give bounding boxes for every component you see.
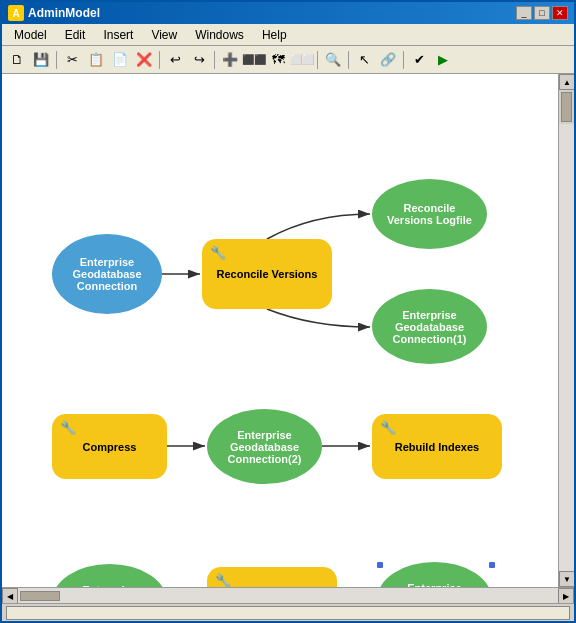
corner-dot-1	[377, 562, 383, 568]
tb-run[interactable]: ▶	[432, 49, 454, 71]
title-bar: A AdminModel _ □ ✕	[2, 2, 574, 24]
app-icon: A	[8, 5, 24, 21]
node-analyze-datasets[interactable]: 🔧 Analyze Datasets	[207, 567, 337, 587]
status-bar	[2, 603, 574, 621]
scroll-left-button[interactable]: ◀	[2, 588, 18, 604]
tb-copy[interactable]: 📋	[85, 49, 107, 71]
menu-view[interactable]: View	[143, 26, 185, 43]
tb-add[interactable]: ➕	[219, 49, 241, 71]
scroll-down-button[interactable]: ▼	[559, 571, 574, 587]
tb-sep2	[159, 51, 160, 69]
menu-bar: Model Edit Insert View Windows Help	[2, 24, 574, 46]
tb-connect[interactable]: 🔗	[377, 49, 399, 71]
scroll-up-button[interactable]: ▲	[559, 74, 574, 90]
content-area: EnterpriseGeodatabaseConnection 🔧 Reconc…	[2, 74, 574, 587]
horizontal-scrollbar[interactable]: ◀ ▶	[2, 587, 574, 603]
node-label: Reconcile Versions	[217, 268, 318, 280]
node-reconcile-versions[interactable]: 🔧 Reconcile Versions	[202, 239, 332, 309]
node-enterprise-geo-conn-2[interactable]: EnterpriseGeodatabaseConnection(2)	[207, 409, 322, 484]
tb-delete[interactable]: ❌	[133, 49, 155, 71]
scroll-track-v[interactable]	[559, 124, 574, 571]
menu-edit[interactable]: Edit	[57, 26, 94, 43]
node-enterprise-geo-conn[interactable]: EnterpriseGeodatabaseConnection	[52, 234, 162, 314]
tb-sep4	[317, 51, 318, 69]
tb-select-all[interactable]: ⬜⬜	[291, 49, 313, 71]
tb-select[interactable]: ↖	[353, 49, 375, 71]
node-label: Rebuild Indexes	[395, 441, 479, 453]
node-label: EnterpriseGeodatabaseConnection(4)	[398, 582, 472, 588]
scroll-right-button[interactable]: ▶	[558, 588, 574, 604]
scroll-thumb-h[interactable]	[20, 591, 60, 601]
close-button[interactable]: ✕	[552, 6, 568, 20]
node-label: Compress	[83, 441, 137, 453]
title-bar-left: A AdminModel	[8, 5, 100, 21]
node-enterprise-geo-conn-1[interactable]: EnterpriseGeodatabaseConnection(1)	[372, 289, 487, 364]
tb-redo[interactable]: ↪	[188, 49, 210, 71]
tb-cut[interactable]: ✂	[61, 49, 83, 71]
tb-sep6	[403, 51, 404, 69]
minimize-button[interactable]: _	[516, 6, 532, 20]
title-controls: _ □ ✕	[516, 6, 568, 20]
tb-validate[interactable]: ✔	[408, 49, 430, 71]
toolbar: 🗋 💾 ✂ 📋 📄 ❌ ↩ ↪ ➕ ⬛⬛ 🗺 ⬜⬜ 🔍 ↖ 🔗 ✔ ▶	[2, 46, 574, 74]
node-enterprise-geo-conn-4[interactable]: EnterpriseGeodatabaseConnection(4)	[377, 562, 492, 587]
node-label: EnterpriseGeodatabaseConnection(1)	[393, 309, 467, 345]
tb-sep5	[348, 51, 349, 69]
node-compress[interactable]: 🔧 Compress	[52, 414, 167, 479]
menu-model[interactable]: Model	[6, 26, 55, 43]
window-title: AdminModel	[28, 6, 100, 20]
corner-dot-2	[489, 562, 495, 568]
wrench-icon: 🔧	[60, 420, 76, 435]
tb-save[interactable]: 💾	[30, 49, 52, 71]
wrench-icon: 🔧	[380, 420, 396, 435]
node-label: ReconcileVersions Logfile	[387, 202, 472, 226]
vertical-scrollbar[interactable]: ▲ ▼	[558, 74, 574, 587]
node-label: EnterpriseGeodatabaseConnection	[72, 256, 141, 292]
node-enterprise-geo-conn-3[interactable]: EnterpriseGeodatabaseConnection(3)	[52, 564, 167, 587]
tb-paste[interactable]: 📄	[109, 49, 131, 71]
tb-grid[interactable]: ⬛⬛	[243, 49, 265, 71]
node-reconcile-versions-logfile[interactable]: ReconcileVersions Logfile	[372, 179, 487, 249]
node-rebuild-indexes[interactable]: 🔧 Rebuild Indexes	[372, 414, 502, 479]
status-bar-inner	[6, 606, 570, 620]
node-label: EnterpriseGeodatabaseConnection(2)	[228, 429, 302, 465]
scroll-thumb-v[interactable]	[561, 92, 572, 122]
tb-sep3	[214, 51, 215, 69]
menu-windows[interactable]: Windows	[187, 26, 252, 43]
menu-help[interactable]: Help	[254, 26, 295, 43]
main-window: A AdminModel _ □ ✕ Model Edit Insert Vie…	[0, 0, 576, 623]
wrench-icon: 🔧	[215, 573, 231, 587]
tb-map[interactable]: 🗺	[267, 49, 289, 71]
tb-zoom[interactable]: 🔍	[322, 49, 344, 71]
tb-undo[interactable]: ↩	[164, 49, 186, 71]
wrench-icon: 🔧	[210, 245, 226, 260]
scroll-track-h[interactable]	[18, 588, 558, 603]
maximize-button[interactable]: □	[534, 6, 550, 20]
node-label: EnterpriseGeodatabaseConnection(3)	[73, 584, 147, 588]
tb-new[interactable]: 🗋	[6, 49, 28, 71]
tb-sep1	[56, 51, 57, 69]
diagram-canvas[interactable]: EnterpriseGeodatabaseConnection 🔧 Reconc…	[2, 74, 558, 587]
menu-insert[interactable]: Insert	[95, 26, 141, 43]
